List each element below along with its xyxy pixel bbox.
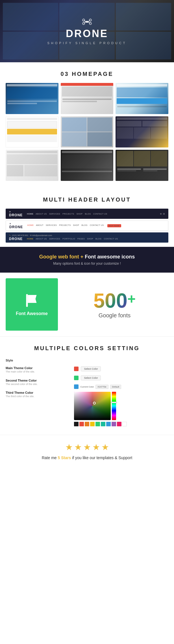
star-2: ★ xyxy=(74,442,82,452)
header-nav-navy: HOME ABOUT US SERVICES PORTFOLIO PAGES S… xyxy=(27,238,118,240)
nav-shop-n: SHOP xyxy=(87,238,93,240)
colors-section: MULTIPLE COLORS SETTING Style Main Theme… xyxy=(0,337,174,435)
google-fonts-label: Google fonts xyxy=(99,312,130,319)
homepage-thumb-6 xyxy=(116,116,168,147)
nav-about-n: ABOUT US xyxy=(36,238,47,240)
color-picker-area xyxy=(74,390,168,420)
third-color-top-row: Current Color #14770e Default xyxy=(74,384,168,389)
swatch-purple[interactable] xyxy=(112,422,116,426)
swatch-green[interactable] xyxy=(95,422,100,426)
hero-subtitle: SHOPIFY SINGLE PRODUCT xyxy=(47,41,127,45)
header-bar-dark: ✈ DRONE HOME ABOUT US SERVICES PROJECTS … xyxy=(6,209,168,219)
nav-projects-w: PROJECTS xyxy=(59,224,71,227)
icons-fonts-section: Font Awesome 500+ Google fonts xyxy=(0,273,174,337)
swatch-blue[interactable] xyxy=(106,422,111,426)
cta-button[interactable]: BUY NOW xyxy=(107,224,121,227)
header-logo-white: ✈ DRONE xyxy=(9,222,23,229)
nav-blog-w: BLOG xyxy=(81,224,87,227)
swatch-teal[interactable] xyxy=(101,422,105,426)
nav-blog: BLOG xyxy=(85,213,91,215)
fonts-title-yellow: Google web font + xyxy=(39,254,84,260)
homepage-thumb-7 xyxy=(6,150,58,181)
color-swatches-row xyxy=(74,422,168,426)
google-fonts-plus: + xyxy=(127,292,136,306)
cart-icon: ⊞ xyxy=(163,213,165,215)
nav-services: SERVICES xyxy=(49,213,60,215)
swatch-black[interactable] xyxy=(74,422,79,426)
fonts-subtitle: Many options font & icon for your custom… xyxy=(6,262,168,266)
homepage-thumb-8 xyxy=(61,150,114,181)
fonts-section: Google web font + Font awesome icons Man… xyxy=(0,247,174,273)
search-icon: ⊕ xyxy=(160,213,162,215)
second-color-row: Select Color xyxy=(74,375,168,380)
swatch-white[interactable] xyxy=(122,422,127,426)
swatch-orange[interactable] xyxy=(85,422,89,426)
header-bars-container: ✈ DRONE HOME ABOUT US SERVICES PROJECTS … xyxy=(6,209,168,243)
homepage-section: 03 HOMEPAGE xyxy=(0,62,174,189)
swatch-yellow[interactable] xyxy=(90,422,95,426)
default-color-btn[interactable]: Default xyxy=(110,385,121,389)
main-color-desc: The main color of the site. xyxy=(6,370,68,374)
color-picker-wheel[interactable] xyxy=(74,392,111,420)
header-layout-title: MULTI HEADER LAYOUT xyxy=(6,196,168,203)
nav-about-w: ABOUT xyxy=(36,224,44,227)
google-fonts-number-row: 500+ xyxy=(93,290,136,311)
flag-icon xyxy=(24,293,40,308)
rate-section: ★ ★ ★ ★ ★ Rate me 5 Stars if you like ou… xyxy=(0,435,174,467)
homepage-grid xyxy=(6,83,168,181)
colors-section-title: MULTIPLE COLORS SETTING xyxy=(6,345,168,352)
nav-projects: PROJECTS xyxy=(62,213,74,215)
drone-icon xyxy=(47,18,127,27)
homepage-thumb-3 xyxy=(116,83,168,114)
homepage-thumb-1 xyxy=(6,83,58,114)
header-icons: ⊕ ⊞ xyxy=(160,213,165,215)
homepage-section-title: 03 HOMEPAGE xyxy=(6,71,168,77)
header-bar-navy: 📞 (012) 345 678 901 ✉ info@yourdomain.co… xyxy=(6,232,168,243)
fonts-title: Google web font + Font awesome icons xyxy=(6,254,168,260)
star-5: ★ xyxy=(101,442,109,452)
star-1: ★ xyxy=(65,442,73,452)
colors-content: Main Theme Color The main color of the s… xyxy=(6,366,168,426)
header-nav-white: HOME ABOUT SERVICES PROJECTS SHOP BLOG C… xyxy=(27,224,121,227)
nav-home-n: HOME xyxy=(27,238,33,240)
nav-contact-w: CONTACT US xyxy=(90,224,104,227)
font-awesome-box: Font Awesome xyxy=(6,278,58,331)
star-3: ★ xyxy=(83,442,91,452)
header-logo-navy: DRONE xyxy=(9,237,23,241)
nav-contact-n: CONTACT US xyxy=(104,238,118,240)
swatch-red[interactable] xyxy=(79,422,84,426)
svg-rect-4 xyxy=(85,21,89,23)
header-bar-white: ✈ DRONE HOME ABOUT SERVICES PROJECTS SHO… xyxy=(6,221,168,231)
nav-pages-n: PAGES xyxy=(77,238,85,240)
third-color-swatch xyxy=(74,384,79,389)
rate-text: Rate me 5 Stars if you like our template… xyxy=(6,455,168,460)
header-nav-dark: HOME ABOUT US SERVICES PROJECTS SHOP BLO… xyxy=(27,213,107,215)
color-picker-overlay2 xyxy=(74,392,111,420)
nav-services-n: SERVICES xyxy=(49,238,60,240)
main-select-color-btn[interactable]: Select Color xyxy=(81,366,101,371)
star-4: ★ xyxy=(92,442,100,452)
colors-controls: Select Color Select Color Current Color … xyxy=(74,366,168,426)
color-group-second: Second Theme Color The second color of t… xyxy=(6,379,68,386)
homepage-thumb-4 xyxy=(6,116,58,147)
nav-shop-w: SHOP xyxy=(73,224,79,227)
third-color-section: Current Color #14770e Default xyxy=(74,384,168,426)
rate-text-before: Rate me xyxy=(42,455,58,460)
second-select-color-btn[interactable]: Select Color xyxy=(81,375,101,380)
nav-home-w: HOME xyxy=(27,224,34,227)
second-color-swatch xyxy=(74,376,79,380)
nav-blog-n: BLOG xyxy=(95,238,101,240)
main-color-name: Main Theme Color xyxy=(6,366,68,370)
font-awesome-label: Font Awesome xyxy=(16,311,48,316)
header-contact-info: 📞 (012) 345 678 901 ✉ info@yourdomain.co… xyxy=(9,234,52,237)
main-color-swatch xyxy=(74,367,79,371)
homepage-thumb-5 xyxy=(61,116,114,147)
svg-rect-9 xyxy=(26,294,28,307)
current-color-value: #14770e xyxy=(95,385,108,389)
fonts-title-white: Font awesome icons xyxy=(83,254,135,260)
color-picker-slider[interactable] xyxy=(112,392,116,420)
swatch-pink[interactable] xyxy=(117,422,121,426)
current-color-label: Current Color xyxy=(80,386,94,388)
color-picker-slider-handle xyxy=(111,402,117,403)
main-color-row: Select Color xyxy=(74,366,168,371)
